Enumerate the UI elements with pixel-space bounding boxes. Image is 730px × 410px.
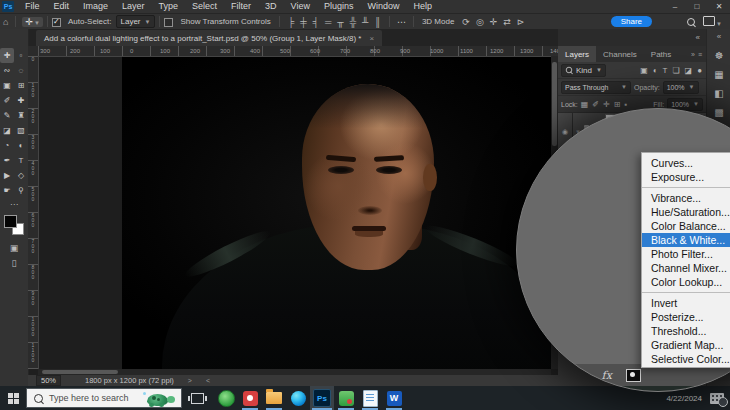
menu-item[interactable]: Vibrance... [642, 191, 730, 205]
move-tool[interactable]: ✛ [0, 48, 14, 63]
show-transform-checkbox[interactable] [164, 18, 173, 27]
word-button[interactable]: W [382, 386, 406, 410]
zoom-3d-camera-icon[interactable]: ⊳ [517, 17, 525, 27]
search-icon[interactable] [687, 18, 695, 26]
path-selection-tool[interactable]: ▶ [0, 168, 14, 183]
panel-more-icon[interactable]: » [691, 51, 695, 58]
brush-tool[interactable]: ✎ [0, 108, 14, 123]
notepad-button[interactable] [358, 386, 382, 410]
distribute-bottom-icon[interactable]: ╨ [362, 17, 368, 27]
gradient-tool[interactable]: ▧ [14, 123, 28, 138]
status-prev-icon[interactable]: < [206, 377, 210, 384]
taskbar-search-input[interactable]: Type here to search [26, 388, 182, 408]
shape-tool[interactable]: ◇ [14, 168, 28, 183]
hand-tool[interactable]: ☛ [0, 183, 14, 198]
menu-item[interactable]: Exposure... [642, 170, 730, 184]
marquee-tool[interactable]: ▫ [14, 48, 28, 63]
orbit-3d-camera-icon[interactable]: ⟳ [462, 17, 470, 27]
menu-item[interactable]: Color Balance... [642, 219, 730, 233]
frame-tool[interactable]: ⊞ [14, 78, 28, 93]
app-icon-green[interactable] [214, 386, 238, 410]
menu-item[interactable]: Type [152, 0, 186, 13]
align-top-icon[interactable]: ═ [325, 17, 331, 27]
auto-select-checkbox[interactable] [52, 18, 61, 27]
canvas[interactable] [122, 56, 551, 369]
pen-tool[interactable]: ✒ [0, 153, 14, 168]
restore-button[interactable]: □ [686, 0, 708, 13]
workspace-switcher[interactable]: ▼ [703, 16, 722, 28]
menu-item[interactable]: 3D [258, 0, 284, 13]
menu-item[interactable]: Photo Filter... [642, 247, 730, 261]
menu-item[interactable]: Invert [642, 296, 730, 310]
close-button[interactable]: ✕ [708, 0, 730, 13]
align-center-icon[interactable]: ╪ [300, 17, 306, 27]
menu-item[interactable]: Window [361, 0, 407, 13]
lock-artboard-icon[interactable]: ⊞ [614, 100, 621, 109]
menu-item[interactable]: Edit [47, 0, 77, 13]
edit-toolbar-icon[interactable]: ⋯ [0, 200, 28, 209]
crop-tool[interactable]: ▣ [0, 78, 14, 93]
align-right-icon[interactable]: ╡ [313, 17, 319, 27]
tab-channels[interactable]: Channels [596, 46, 644, 62]
lock-all-icon[interactable]: ▪ [624, 100, 627, 109]
lock-transparency-icon[interactable]: ▦ [581, 100, 589, 109]
menu-item[interactable]: Curves... [642, 156, 730, 170]
scrollbar-thumb[interactable] [42, 370, 118, 374]
collapse-dock-icon[interactable]: « [717, 28, 721, 44]
foreground-color-swatch[interactable] [4, 215, 17, 228]
filter-adjustment-icon[interactable]: ◐ [653, 66, 658, 75]
menu-item[interactable]: View [284, 0, 317, 13]
taskbar-date[interactable]: 4/22/2024 [666, 394, 702, 403]
menu-item[interactable]: Posterize... [642, 310, 730, 324]
app-icon-red[interactable] [238, 386, 262, 410]
tab-layers[interactable]: Layers [558, 46, 596, 62]
menu-item[interactable]: Color Lookup... [642, 275, 730, 289]
gradients-panel-icon[interactable]: ◧ [710, 85, 728, 101]
share-button[interactable]: Share [611, 16, 652, 27]
menu-item[interactable]: Plugins [317, 0, 361, 13]
lock-pixels-icon[interactable]: ✐ [592, 100, 599, 109]
start-button[interactable] [0, 386, 26, 410]
tray-keyboard-icon[interactable] [710, 393, 724, 404]
align-left-icon[interactable]: ╞ [288, 17, 294, 27]
auto-select-target-dropdown[interactable]: Layer▼ [116, 15, 156, 28]
filter-shape-icon[interactable]: ❏ [672, 66, 679, 75]
opacity-field[interactable]: 100% ▼ [663, 81, 699, 94]
menu-item[interactable]: Threshold... [642, 324, 730, 338]
menu-item[interactable]: Image [76, 0, 115, 13]
blend-mode-dropdown[interactable]: Pass Through ▼ [561, 81, 631, 94]
menu-item[interactable]: Gradient Map... [642, 338, 730, 352]
layer-effects-icon[interactable]: fx [602, 369, 612, 382]
menu-item[interactable]: Channel Mixer... [642, 261, 730, 275]
menu-item[interactable]: Help [407, 0, 440, 13]
more-options-icon[interactable]: ⋯ [394, 17, 409, 27]
filter-type-icon[interactable]: T [663, 66, 668, 75]
move-tool-preset-icon[interactable]: ✛▼ [22, 17, 43, 27]
menu-item[interactable]: Layer [115, 0, 152, 13]
distribute-top-icon[interactable]: ╥ [337, 17, 343, 27]
collapse-panels-icon[interactable]: « [696, 33, 700, 42]
quick-selection-tool[interactable]: ◌ [14, 63, 28, 78]
dodge-tool[interactable]: ◐ [14, 138, 28, 153]
minimize-button[interactable]: – [664, 0, 686, 13]
roll-3d-camera-icon[interactable]: ◎ [476, 17, 484, 27]
lock-position-icon[interactable]: ✛ [603, 100, 610, 109]
filter-image-icon[interactable]: ▣ [640, 66, 648, 75]
slide-3d-camera-icon[interactable]: ⇄ [503, 17, 511, 27]
photoshop-taskbar-button[interactable]: Ps [310, 386, 334, 410]
menu-item[interactable]: Black & White... [642, 233, 730, 247]
lasso-tool[interactable]: ∾ [0, 63, 14, 78]
menu-item[interactable]: File [18, 0, 47, 13]
menu-item[interactable]: Filter [224, 0, 258, 13]
clone-stamp-tool[interactable]: ♜ [14, 108, 28, 123]
filter-kind-dropdown[interactable]: Kind ▼ [561, 64, 606, 77]
swatches-panel-icon[interactable]: ▦ [710, 66, 728, 82]
distribute-center-icon[interactable]: ╬ [350, 17, 356, 27]
filter-pin-icon[interactable]: ● [697, 66, 702, 75]
screen-mode-icon[interactable]: ▯ [12, 258, 17, 268]
patterns-panel-icon[interactable]: ▩ [710, 104, 728, 120]
quick-mask-icon[interactable]: ▣ [10, 243, 19, 253]
capture-app-button[interactable] [334, 386, 358, 410]
tab-paths[interactable]: Paths [644, 46, 678, 62]
color-panel-icon[interactable]: ☸ [710, 47, 728, 63]
